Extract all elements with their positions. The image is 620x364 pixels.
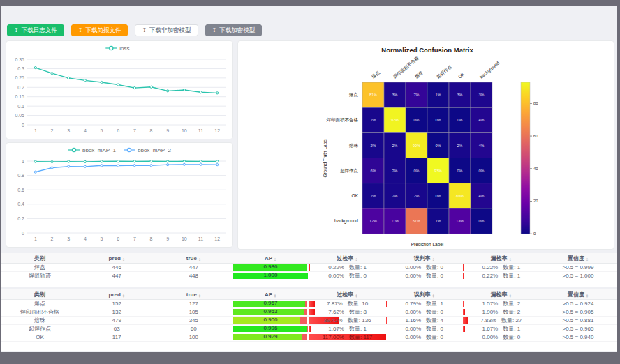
download-log-button[interactable]: ↧ 下载日志文件 <box>7 24 64 36</box>
data-point <box>84 79 86 82</box>
column-header-类别: 类别 <box>1 253 78 263</box>
missdetect-rate-value: 1.67% <box>482 325 499 333</box>
column-header-pred[interactable]: pred▲▼ <box>78 289 155 299</box>
matrix-xlabel: Prediction Label <box>411 242 444 247</box>
download-report-button[interactable]: ↧ 下载简报文件 <box>71 24 128 36</box>
matrix-cell-value: 81% <box>369 93 377 97</box>
data-point <box>216 92 219 94</box>
legend-item[interactable]: bbox_mAP_1 <box>68 147 117 153</box>
missdetect-cell: 7.83%数量: 27 <box>463 317 540 324</box>
missdetect-count: 数量: 2 <box>503 300 520 308</box>
misjudge-rate-value: 1.16% <box>405 317 421 324</box>
column-header-AP[interactable]: AP▲▼ <box>232 253 309 263</box>
download-icon: ↧ <box>142 28 147 33</box>
table-row: OK1171000.929117.00%数量: 1170.00%数量: 00.0… <box>1 333 617 342</box>
true-cell: 448 <box>155 272 232 280</box>
column-header-true[interactable]: true▲▼ <box>155 289 232 299</box>
column-header-label: 类别 <box>34 291 45 298</box>
matrix-row-label: 熔珠 <box>349 143 359 149</box>
x-tick-label: 1 <box>34 128 37 133</box>
missdetect-cell: 0.22%数量: 1 <box>463 264 540 271</box>
column-header-误判率[interactable]: 误判率▲▼ <box>386 253 463 263</box>
matrix-cell-value: 2% <box>371 144 376 148</box>
matrix-cell-value: 2% <box>414 194 420 198</box>
missdetect-cell: 1.57%数量: 2 <box>463 300 540 308</box>
column-header-label: 置信度 <box>568 255 584 261</box>
column-header-漏检率[interactable]: 漏检率▲▼ <box>463 289 540 299</box>
matrix-row-label: background <box>334 218 358 224</box>
true-cell: 345 <box>155 317 232 324</box>
y-tick-label: 0.4 <box>17 202 24 206</box>
download-plain-model-button[interactable]: ↧ 下载非加密模型 <box>135 24 198 36</box>
x-tick-label: 12 <box>214 128 220 133</box>
sort-caret-icon: ▲▼ <box>122 294 125 298</box>
missdetect-rate-value: 1.57% <box>482 300 499 308</box>
ap-value: 0.900 <box>232 317 309 324</box>
category-cell: 焊缝轨迹 <box>1 272 78 280</box>
matrix-cell-value: 0% <box>414 118 420 122</box>
confusion-matrix-card: Normalized Confusion Matrix爆点焊印面积不合格熔珠起焊… <box>237 40 614 250</box>
category-cell: 熔珠 <box>1 317 78 324</box>
sort-caret-icon: ▲▼ <box>274 257 276 261</box>
data-point <box>34 171 36 173</box>
column-header-pred[interactable]: pred▲▼ <box>78 253 155 263</box>
column-header-label: true <box>186 291 197 298</box>
y-tick-label: 0.2 <box>17 85 24 90</box>
column-header-过检率[interactable]: 过检率▲▼ <box>309 253 386 263</box>
sort-caret-icon: ▲▼ <box>586 257 589 261</box>
missdetect-bar <box>463 301 465 307</box>
misjudge-rate-value: 0.79% <box>405 300 421 308</box>
column-header-误判率[interactable]: 误判率▲▼ <box>386 289 463 299</box>
misjudge-count: 数量: 0 <box>426 333 443 341</box>
series-line <box>36 165 217 172</box>
legend-item[interactable]: loss <box>105 45 129 52</box>
colorbar <box>521 82 530 234</box>
matrix-cell-value: 92% <box>391 118 399 122</box>
missdetect-rate-value: 1.90% <box>482 308 499 316</box>
sort-caret-icon: ▲▼ <box>586 294 589 298</box>
data-point <box>51 167 53 169</box>
legend-item[interactable]: bbox_mAP_2 <box>124 147 172 153</box>
column-header-漏检率[interactable]: 漏检率▲▼ <box>463 253 540 263</box>
column-header-置信度[interactable]: 置信度▲▼ <box>540 289 617 299</box>
overdetect-cell: 117.00%数量: 117 <box>309 333 386 341</box>
x-tick-label: 6 <box>117 128 119 133</box>
overdetect-cell: 1.67%数量: 1 <box>309 325 386 333</box>
missdetect-count: 数量: 27 <box>501 317 522 324</box>
x-tick-label: 7 <box>133 236 136 241</box>
summary-table-weldpad: 类别pred▲▼true▲▼AP▲▼过检率▲▼误判率▲▼漏检率▲▼置信度▲▼焊盘… <box>1 253 617 287</box>
overdetect-bar <box>309 309 315 315</box>
overdetect-rate-value: 0.00% <box>328 272 344 280</box>
x-tick-label: 9 <box>166 236 169 241</box>
series-line <box>36 161 217 162</box>
ap-cell: 0.929 <box>232 333 309 341</box>
x-tick-label: 5 <box>101 128 103 133</box>
sort-caret-icon: ▲▼ <box>509 294 512 298</box>
data-point <box>216 164 219 166</box>
matrix-cell-value: 0% <box>436 144 441 148</box>
overdetect-bar <box>309 264 310 271</box>
missdetect-cell: 1.90%数量: 2 <box>463 308 540 316</box>
missdetect-bar <box>463 317 469 324</box>
table-header-row: 类别pred▲▼true▲▼AP▲▼过检率▲▼误判率▲▼漏检率▲▼置信度▲▼ <box>1 289 617 300</box>
missdetect-cell: 0.00%数量: 0 <box>463 333 540 341</box>
matrix-cell-value: 0% <box>479 169 485 173</box>
missdetect-cell: 0.22%数量: 1 <box>463 272 540 280</box>
true-cell: 127 <box>155 300 232 308</box>
overdetect-rate-value: 1.67% <box>328 325 344 333</box>
download-encrypted-model-button[interactable]: ↧ 下载加密模型 <box>205 24 263 36</box>
matrix-row-label: OK <box>352 193 359 198</box>
confusion-matrix-chart: Normalized Confusion Matrix爆点焊印面积不合格熔珠起焊… <box>238 41 615 250</box>
sort-caret-icon: ▲▼ <box>432 294 435 298</box>
column-header-AP[interactable]: AP▲▼ <box>232 289 309 299</box>
column-header-过检率[interactable]: 过检率▲▼ <box>309 289 386 299</box>
overdetect-cell: 0.22%数量: 1 <box>309 264 386 271</box>
data-point <box>150 165 152 167</box>
overdetect-cell: 39.42%数量: 136 <box>309 317 386 324</box>
column-header-true[interactable]: true▲▼ <box>155 253 232 263</box>
misjudge-rate-value: 0.00% <box>405 333 421 341</box>
pred-cell: 117 <box>78 333 155 341</box>
column-header-置信度[interactable]: 置信度▲▼ <box>540 253 617 263</box>
column-header-label: 置信度 <box>568 291 584 298</box>
matrix-cell-value: 1% <box>436 219 441 223</box>
